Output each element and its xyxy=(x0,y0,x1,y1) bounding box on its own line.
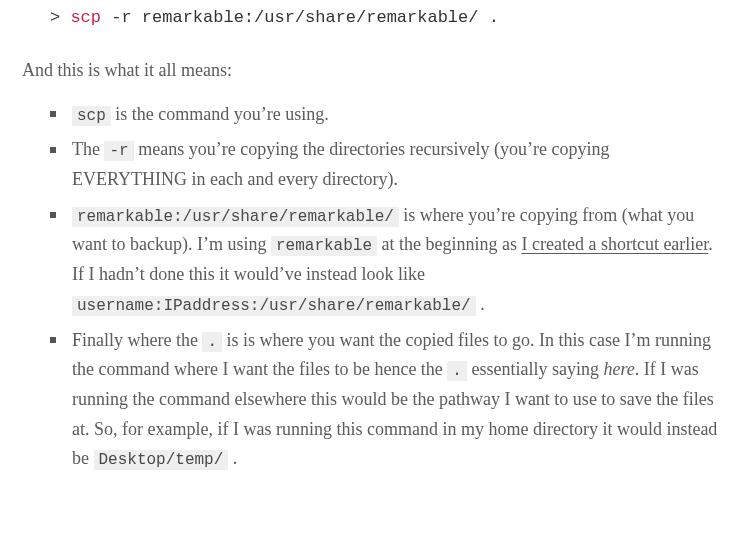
inline-code: remarkable xyxy=(271,236,377,256)
command-keyword: scp xyxy=(70,8,101,27)
list-item: The -r means you’re copying the director… xyxy=(50,135,728,194)
inline-code: . xyxy=(447,361,467,381)
inline-code: Desktop/temp/ xyxy=(94,450,229,470)
list-item-text: means you’re copying the directories rec… xyxy=(72,139,610,189)
shortcut-earlier-link[interactable]: I created a shortcut earlier xyxy=(521,234,708,254)
emphasis-here: here xyxy=(603,359,634,379)
inline-code: username:IPaddress:/usr/share/remarkable… xyxy=(72,296,476,316)
list-item: Finally where the . is is where you want… xyxy=(50,326,728,474)
intro-text: And this is what it all means: xyxy=(22,56,728,86)
inline-code: -r xyxy=(104,141,133,161)
list-item-text: Finally where the xyxy=(72,330,202,350)
inline-code: . xyxy=(202,332,222,352)
list-item-text: at the beginning as xyxy=(377,234,521,254)
list-item-text: essentially saying xyxy=(467,359,603,379)
explanation-list: scp is the command you’re using. The -r … xyxy=(22,100,728,474)
list-item-text: . xyxy=(476,294,485,314)
list-item: remarkable:/usr/share/remarkable/ is whe… xyxy=(50,201,728,320)
list-item-text: The xyxy=(72,139,104,159)
list-item-text: is the command you’re using. xyxy=(111,104,329,124)
inline-code: scp xyxy=(72,106,111,126)
command-arguments: -r remarkable:/usr/share/remarkable/ . xyxy=(101,8,499,27)
list-item-text: . xyxy=(228,448,237,468)
code-block: > scp -r remarkable:/usr/share/remarkabl… xyxy=(22,0,728,46)
list-item: scp is the command you’re using. xyxy=(50,100,728,130)
prompt-symbol: > xyxy=(50,8,70,27)
inline-code: remarkable:/usr/share/remarkable/ xyxy=(72,207,399,227)
